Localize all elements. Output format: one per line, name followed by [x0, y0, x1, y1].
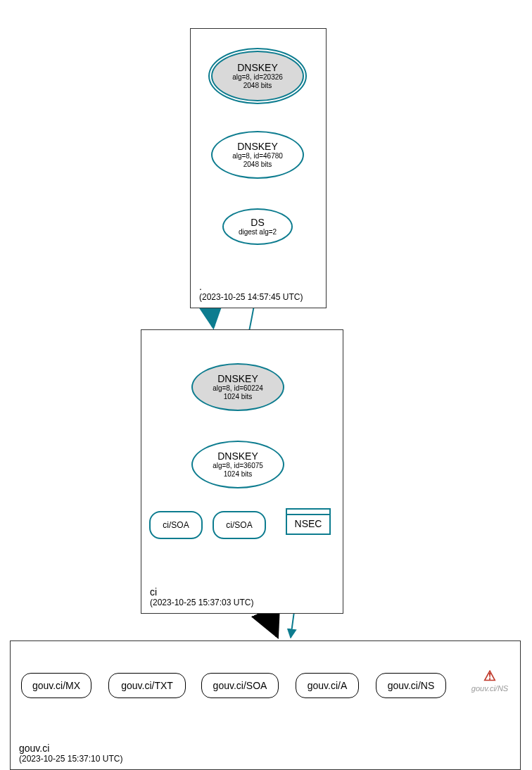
zone-gouvci: gouv.ci (2023-10-25 15:37:10 UTC)	[10, 640, 521, 770]
zone-ci-caption: ci (2023-10-25 15:37:03 UTC)	[150, 586, 253, 607]
gouvci-a-node: gouv.ci/A	[296, 673, 359, 698]
zone-gouvci-name: gouv.ci	[19, 743, 122, 754]
gouvci-ns-warning-label: gouv.ci/NS	[464, 684, 515, 693]
ci-zsk-title: DNSKEY	[217, 450, 258, 462]
root-ds-node: DS digest alg=2	[222, 208, 293, 245]
root-zsk-title: DNSKEY	[237, 141, 278, 152]
ci-ksk-title: DNSKEY	[217, 373, 258, 384]
ci-nsec-node: NSEC	[286, 508, 331, 535]
ci-zsk-node: DNSKEY alg=8, id=36075 1024 bits	[191, 441, 284, 488]
root-ksk-title: DNSKEY	[237, 62, 278, 73]
ci-soa2-label: ci/SOA	[226, 520, 252, 530]
gouvci-ns-warning: ⚠ gouv.ci/NS	[464, 669, 515, 693]
root-zsk-alg: alg=8, id=46780	[232, 152, 283, 160]
gouvci-mx-label: gouv.ci/MX	[32, 680, 80, 691]
ci-nsec-label: NSEC	[287, 515, 329, 535]
ci-soa1-label: ci/SOA	[163, 520, 189, 530]
gouvci-soa-label: gouv.ci/SOA	[213, 680, 267, 691]
zone-root-caption: . (2023-10-25 14:57:45 UTC)	[199, 281, 303, 302]
gouvci-ns-label: gouv.ci/NS	[388, 680, 435, 691]
zone-root-timestamp: (2023-10-25 14:57:45 UTC)	[199, 292, 303, 302]
zone-ci-timestamp: (2023-10-25 15:37:03 UTC)	[150, 598, 253, 607]
gouvci-mx-node: gouv.ci/MX	[21, 673, 91, 698]
ci-zsk-alg: alg=8, id=36075	[213, 462, 263, 470]
gouvci-txt-node: gouv.ci/TXT	[108, 673, 186, 698]
zone-gouvci-timestamp: (2023-10-25 15:37:10 UTC)	[19, 754, 122, 764]
ci-ksk-node: DNSKEY alg=8, id=60224 1024 bits	[191, 363, 284, 411]
root-ksk-node: DNSKEY alg=8, id=20326 2048 bits	[211, 51, 304, 101]
warning-icon: ⚠	[464, 669, 515, 683]
ci-soa2-node: ci/SOA	[213, 511, 266, 539]
gouvci-ns-node: gouv.ci/NS	[376, 673, 446, 698]
gouvci-a-label: gouv.ci/A	[308, 680, 348, 691]
ci-zsk-bits: 1024 bits	[224, 470, 253, 479]
ci-soa1-node: ci/SOA	[149, 511, 203, 539]
ci-ksk-bits: 1024 bits	[224, 393, 253, 401]
root-ksk-bits: 2048 bits	[243, 82, 272, 90]
root-zsk-node: DNSKEY alg=8, id=46780 2048 bits	[211, 131, 304, 179]
root-ds-alg: digest alg=2	[239, 228, 277, 236]
zone-ci-name: ci	[150, 586, 253, 598]
zone-gouvci-caption: gouv.ci (2023-10-25 15:37:10 UTC)	[19, 743, 122, 764]
zone-root-name: .	[199, 281, 303, 292]
gouvci-txt-label: gouv.ci/TXT	[121, 680, 173, 691]
root-zsk-bits: 2048 bits	[243, 160, 272, 169]
root-ds-title: DS	[251, 217, 264, 228]
gouvci-soa-node: gouv.ci/SOA	[201, 673, 279, 698]
ci-ksk-alg: alg=8, id=60224	[213, 384, 263, 393]
root-ksk-alg: alg=8, id=20326	[232, 73, 283, 82]
